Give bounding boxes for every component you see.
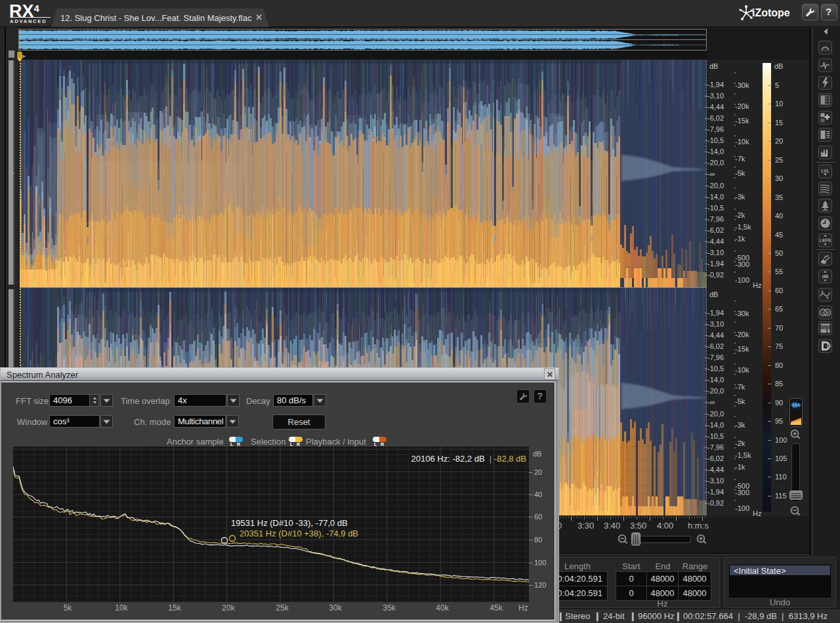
svg-text:dB: dB xyxy=(822,273,830,279)
svg-text:L: L xyxy=(822,311,824,315)
svg-text:R: R xyxy=(827,311,830,315)
svg-text:LKFS: LKFS xyxy=(820,238,831,243)
svg-text:LVL: LVL xyxy=(821,169,830,173)
